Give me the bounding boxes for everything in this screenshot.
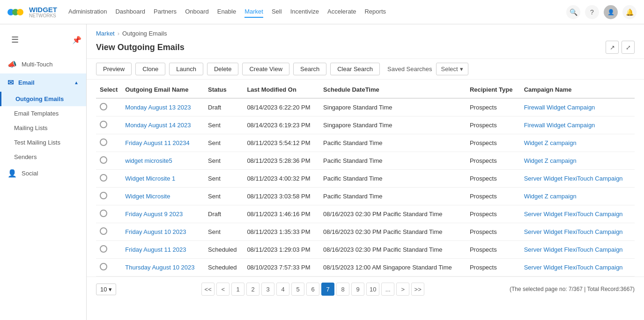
delete-button[interactable]: Delete xyxy=(207,63,239,75)
row-select-1[interactable] xyxy=(96,116,121,134)
row-campaign-7[interactable]: Server Widget FlexiTouch Campaign xyxy=(520,223,635,241)
row-name-6[interactable]: Friday August 9 2023 xyxy=(121,205,204,223)
help-button[interactable]: ? xyxy=(585,5,599,19)
row-campaign-3[interactable]: Widget Z campaign xyxy=(520,152,635,170)
row-name-9[interactable]: Thursday August 10 2023 xyxy=(121,259,204,276)
page-btn-7[interactable]: 7 xyxy=(321,283,334,296)
breadcrumb-parent[interactable]: Market xyxy=(96,30,115,37)
email-name-link-8[interactable]: Friday August 11 2023 xyxy=(125,246,186,253)
sidebar-item-email-templates[interactable]: Email Templates xyxy=(0,106,86,121)
clear-search-button[interactable]: Clear Search xyxy=(330,63,380,75)
sidebar-item-outgoing-emails[interactable]: Outgoing Emails xyxy=(0,92,86,106)
row-campaign-6[interactable]: Server Widget FlexiTouch Campaign xyxy=(520,205,635,223)
email-name-link-0[interactable]: Monday August 13 2023 xyxy=(125,104,191,111)
row-select-3[interactable] xyxy=(96,152,121,170)
sidebar-toggle[interactable]: ☰ xyxy=(5,31,25,49)
row-name-3[interactable]: widget microsite5 xyxy=(121,152,204,170)
row-name-7[interactable]: Friday August 10 2023 xyxy=(121,223,204,241)
nav-sell[interactable]: Sell xyxy=(272,6,282,18)
campaign-link-5[interactable]: Widget Z campaign xyxy=(524,193,577,200)
nav-incentivize[interactable]: Incentivize xyxy=(290,6,319,18)
row-campaign-9[interactable]: Server Widget FlexiTouch Campaign xyxy=(520,259,635,276)
campaign-link-0[interactable]: Firewall Widget Campaign xyxy=(524,104,595,111)
nav-market[interactable]: Market xyxy=(244,6,263,18)
row-campaign-0[interactable]: Firewall Widget Campaign xyxy=(520,98,635,116)
email-name-link-7[interactable]: Friday August 10 2023 xyxy=(125,228,186,235)
row-select-4[interactable] xyxy=(96,170,121,188)
row-campaign-8[interactable]: Server Widget FlexiTouch Campaign xyxy=(520,241,635,259)
row-select-0[interactable] xyxy=(96,98,121,116)
page-btn-...[interactable]: ... xyxy=(381,283,394,296)
campaign-link-2[interactable]: Widget Z campaign xyxy=(524,139,577,146)
sidebar-item-multitouch[interactable]: 📣 Multi-Touch xyxy=(0,55,86,73)
nav-enable[interactable]: Enable xyxy=(217,6,236,18)
page-btn-4[interactable]: 4 xyxy=(276,283,289,296)
sidebar-item-mailing-lists[interactable]: Mailing Lists xyxy=(0,121,86,135)
page-btn->[interactable]: > xyxy=(396,283,409,296)
row-select-8[interactable] xyxy=(96,241,121,259)
row-campaign-5[interactable]: Widget Z campaign xyxy=(520,188,635,205)
row-campaign-1[interactable]: Firewall Widget Campaign xyxy=(520,116,635,134)
sidebar-item-test-mailing-lists[interactable]: Test Mailing Lists xyxy=(0,135,86,150)
campaign-link-6[interactable]: Server Widget FlexiTouch Campaign xyxy=(524,211,623,218)
nav-dashboard[interactable]: Dashboard xyxy=(115,6,145,18)
page-btn-1[interactable]: 1 xyxy=(231,283,244,296)
notifications-button[interactable]: 🔔 xyxy=(622,5,637,19)
clone-button[interactable]: Clone xyxy=(135,63,165,75)
row-select-6[interactable] xyxy=(96,205,121,223)
row-select-5[interactable] xyxy=(96,188,121,205)
row-name-0[interactable]: Monday August 13 2023 xyxy=(121,98,204,116)
search-button[interactable]: 🔍 xyxy=(566,5,580,19)
email-name-link-1[interactable]: Monday August 14 2023 xyxy=(125,122,191,129)
preview-button[interactable]: Preview xyxy=(96,63,132,75)
page-btn-6[interactable]: 6 xyxy=(306,283,319,296)
page-btn-3[interactable]: 3 xyxy=(261,283,274,296)
fullscreen-button[interactable]: ⤢ xyxy=(622,41,635,54)
nav-accelerate[interactable]: Accelerate xyxy=(327,6,356,18)
page-btn-2[interactable]: 2 xyxy=(246,283,259,296)
sidebar-pin[interactable]: 📌 xyxy=(72,36,81,44)
create-view-button[interactable]: Create View xyxy=(242,63,289,75)
campaign-link-8[interactable]: Server Widget FlexiTouch Campaign xyxy=(524,246,623,253)
row-campaign-4[interactable]: Server Widget FlexiTouch Campaign xyxy=(520,170,635,188)
sidebar-item-email[interactable]: ✉ Email ▲ xyxy=(0,73,86,92)
row-select-9[interactable] xyxy=(96,259,121,276)
page-btn-10[interactable]: 10 xyxy=(366,283,379,296)
campaign-link-4[interactable]: Server Widget FlexiTouch Campaign xyxy=(524,175,623,182)
campaign-link-1[interactable]: Firewall Widget Campaign xyxy=(524,122,595,129)
page-btn-<[interactable]: < xyxy=(216,283,229,296)
nav-onboard[interactable]: Onboard xyxy=(185,6,209,18)
row-name-8[interactable]: Friday August 11 2023 xyxy=(121,241,204,259)
email-name-link-9[interactable]: Thursday August 10 2023 xyxy=(125,264,194,271)
sidebar-item-social[interactable]: 👤 Social xyxy=(0,164,86,182)
email-name-link-6[interactable]: Friday August 9 2023 xyxy=(125,211,183,218)
saved-searches-dropdown[interactable]: Select ▾ xyxy=(436,63,468,75)
campaign-link-9[interactable]: Server Widget FlexiTouch Campaign xyxy=(524,264,623,271)
sidebar-item-senders[interactable]: Senders xyxy=(0,150,86,164)
campaign-link-3[interactable]: Widget Z campaign xyxy=(524,157,577,164)
popout-button[interactable]: ↗ xyxy=(606,41,619,54)
launch-button[interactable]: Launch xyxy=(169,63,203,75)
email-name-link-5[interactable]: Widget Microsite xyxy=(125,193,170,200)
email-name-link-3[interactable]: widget microsite5 xyxy=(125,157,172,164)
page-btn-<<[interactable]: << xyxy=(201,283,215,296)
page-btn-5[interactable]: 5 xyxy=(291,283,304,296)
per-page-selector[interactable]: 10 ▾ xyxy=(96,284,116,295)
row-campaign-2[interactable]: Widget Z campaign xyxy=(520,134,635,152)
email-name-link-4[interactable]: Widget Microsite 1 xyxy=(125,175,175,182)
page-btn-9[interactable]: 9 xyxy=(351,283,364,296)
search-button[interactable]: Search xyxy=(293,63,326,75)
nav-partners[interactable]: Partners xyxy=(154,6,177,18)
row-select-2[interactable] xyxy=(96,134,121,152)
nav-reports[interactable]: Reports xyxy=(364,6,386,18)
page-btn->>[interactable]: >> xyxy=(411,283,424,296)
row-name-1[interactable]: Monday August 14 2023 xyxy=(121,116,204,134)
row-name-2[interactable]: Friday August 11 20234 xyxy=(121,134,204,152)
row-select-7[interactable] xyxy=(96,223,121,241)
row-name-4[interactable]: Widget Microsite 1 xyxy=(121,170,204,188)
campaign-link-7[interactable]: Server Widget FlexiTouch Campaign xyxy=(524,228,623,235)
page-btn-8[interactable]: 8 xyxy=(336,283,349,296)
user-avatar[interactable]: 👤 xyxy=(604,5,618,19)
email-name-link-2[interactable]: Friday August 11 20234 xyxy=(125,139,189,146)
nav-administration[interactable]: Administration xyxy=(68,6,107,18)
